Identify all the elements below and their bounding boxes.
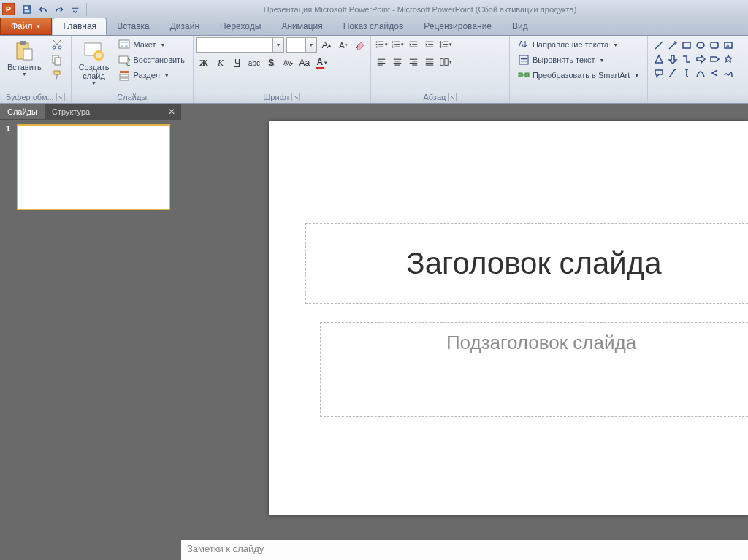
paste-button[interactable]: Вставить ▼ [3,37,46,79]
cut-button[interactable] [47,37,66,52]
svg-rect-26 [378,44,383,45]
svg-rect-57 [426,61,434,61]
shape-scribble[interactable] [722,66,735,80]
bullets-button[interactable]: ▾ [374,37,389,52]
shape-rounded-rect[interactable] [708,39,721,52]
italic-button[interactable]: К [213,55,228,70]
slide[interactable]: Заголовок слайда Подзаголовок слайда [269,121,748,515]
subtitle-placeholder[interactable]: Подзаголовок слайда [320,322,748,417]
change-case-button[interactable]: Aa [297,55,312,70]
shrink-font-button[interactable]: A▾ [336,38,351,53]
format-painter-button[interactable] [47,68,66,83]
redo-button[interactable] [52,2,66,17]
shape-brace[interactable] [680,66,693,80]
shape-curve[interactable] [694,66,707,80]
columns-button[interactable]: ▾ [438,55,453,69]
char-spacing-button[interactable]: A͜V▾ [280,55,295,70]
workspace: Слайды Структура ✕ 1 Заголовок слайда По… [0,104,748,560]
shape-rect[interactable] [680,39,693,52]
shape-pentagon[interactable] [708,53,721,66]
layout-button[interactable]: Макет▼ [115,37,188,52]
slide-panel-tabs: Слайды Структура ✕ [0,104,181,120]
slide-number: 1 [6,124,13,210]
font-size-combo[interactable]: ▾ [286,37,317,53]
justify-button[interactable] [422,55,437,69]
file-tab[interactable]: Файл▼ [0,18,52,35]
section-button[interactable]: Раздел▼ [115,68,188,83]
bold-button[interactable]: Ж [196,55,211,70]
slide-thumbnail[interactable]: 1 [6,124,175,210]
copy-button[interactable] [47,53,66,67]
numbering-button[interactable]: 123▾ [390,37,405,52]
text-shadow-button[interactable]: S [264,55,278,70]
tab-home[interactable]: Главная [53,18,107,35]
notes-pane[interactable]: Заметки к слайду [181,540,748,560]
reset-button[interactable]: Восстановить [115,53,188,67]
shape-star[interactable] [722,53,735,66]
shape-triangle[interactable] [652,53,665,66]
shape-arrow-down[interactable] [666,53,679,66]
tab-slides-thumbnail[interactable]: Слайды [0,104,45,119]
tab-slideshow[interactable]: Показ слайдов [333,18,414,35]
convert-smartart-button[interactable]: Преобразовать в SmartArt▼ [514,68,643,83]
reset-icon [118,54,130,66]
shapes-gallery[interactable]: A [651,37,742,81]
tab-animation[interactable]: Анимация [271,18,332,35]
svg-rect-63 [519,55,528,64]
ribbon-group-paragraph: ▾ 123▾ ▾ ▾ Абзац↘ [371,36,510,103]
tab-review[interactable]: Рецензирование [413,18,502,35]
shape-arrow-right[interactable] [694,53,707,66]
tab-view[interactable]: Вид [502,18,538,35]
font-color-button[interactable]: A▾ [314,55,329,70]
decrease-indent-button[interactable] [406,37,421,52]
dialog-launcher-icon[interactable]: ↘ [291,93,300,101]
strikethrough-button[interactable]: abc [247,55,262,70]
shape-ellipse[interactable] [694,39,707,52]
align-right-button[interactable] [406,55,421,69]
shape-elbow[interactable] [680,53,693,66]
ribbon: Вставить ▼ Буфер обм...↘ Создать слайд ▼… [0,36,748,104]
shape-line-arrow[interactable] [666,39,679,52]
align-text-button[interactable]: Выровнять текст▼ [514,53,643,67]
underline-button[interactable]: Ч [230,55,245,70]
svg-rect-59 [426,65,434,66]
shape-connector[interactable] [666,66,679,80]
svg-rect-17 [125,45,128,47]
svg-rect-48 [394,59,402,60]
line-spacing-button[interactable]: ▾ [438,37,453,52]
thumbnail-preview[interactable] [17,124,170,210]
svg-rect-19 [120,71,129,73]
shape-callout[interactable] [652,66,665,80]
tab-insert[interactable]: Вставка [107,18,160,35]
align-left-button[interactable] [374,55,389,69]
svg-point-23 [375,41,377,42]
shape-textbox[interactable]: A [722,39,735,52]
svg-point-7 [58,46,61,49]
dialog-launcher-icon[interactable]: ↘ [448,93,457,101]
svg-point-71 [697,42,704,48]
tab-outline[interactable]: Структура [45,104,97,119]
close-panel-button[interactable]: ✕ [162,105,181,118]
text-direction-button[interactable]: AНаправление текста▼ [514,37,643,52]
smartart-icon [518,69,530,81]
tab-design[interactable]: Дизайн [160,18,210,35]
align-center-button[interactable] [390,55,405,69]
qat-customize-button[interactable] [68,2,83,17]
clear-formatting-button[interactable]: A [353,38,367,53]
caret-down-icon: ▼ [91,80,96,85]
shape-line[interactable] [652,39,665,52]
increase-indent-button[interactable] [422,37,437,52]
shape-less[interactable] [708,66,721,80]
tab-transitions[interactable]: Переходы [210,18,271,35]
font-name-combo[interactable]: ▾ [196,37,284,53]
dialog-launcher-icon[interactable]: ↘ [56,93,65,101]
save-button[interactable] [20,2,34,17]
title-placeholder[interactable]: Заголовок слайда [305,223,748,304]
scissors-icon [51,39,63,50]
undo-button[interactable] [36,2,50,17]
svg-point-27 [375,46,377,47]
svg-rect-47 [378,65,383,66]
svg-rect-66 [519,73,522,77]
new-slide-button[interactable]: Создать слайд ▼ [75,37,114,88]
grow-font-button[interactable]: A▴ [319,38,334,53]
